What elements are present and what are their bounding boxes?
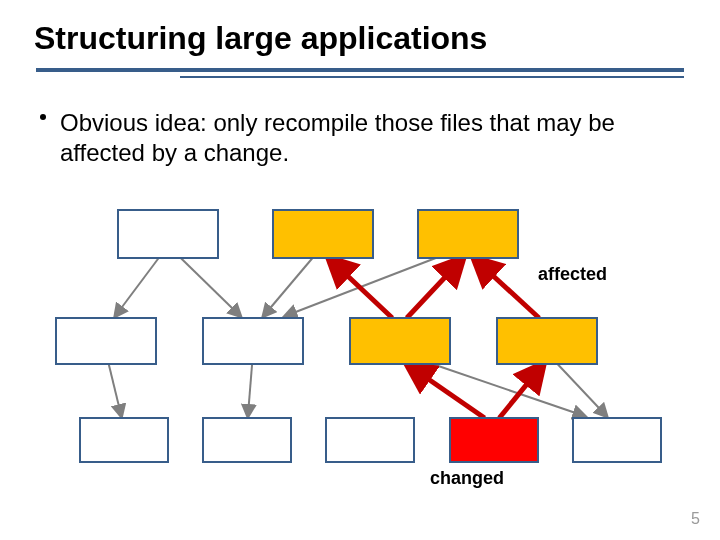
dependency-diagram (0, 0, 720, 540)
node-r2b0 (80, 418, 168, 462)
arrow (331, 260, 393, 318)
node-r1b0 (56, 318, 156, 364)
node-r2b1 (203, 418, 291, 462)
arrow (248, 364, 252, 416)
arrow (181, 258, 241, 316)
arrow (558, 364, 607, 416)
arrow (407, 260, 461, 318)
arrow (109, 364, 122, 416)
node-r1b2 (350, 318, 450, 364)
node-r2b3 (450, 418, 538, 462)
node-r0b1 (273, 210, 373, 258)
label-changed: changed (430, 468, 504, 489)
node-r1b3 (497, 318, 597, 364)
label-affected: affected (538, 264, 607, 285)
arrow (499, 366, 541, 418)
node-r2b2 (326, 418, 414, 462)
arrow (476, 260, 539, 318)
page-number: 5 (691, 510, 700, 528)
node-r1b1 (203, 318, 303, 364)
arrow (115, 258, 158, 316)
node-r0b0 (118, 210, 218, 258)
arrow (409, 366, 484, 418)
node-r2b4 (573, 418, 661, 462)
node-r0b2 (418, 210, 518, 258)
